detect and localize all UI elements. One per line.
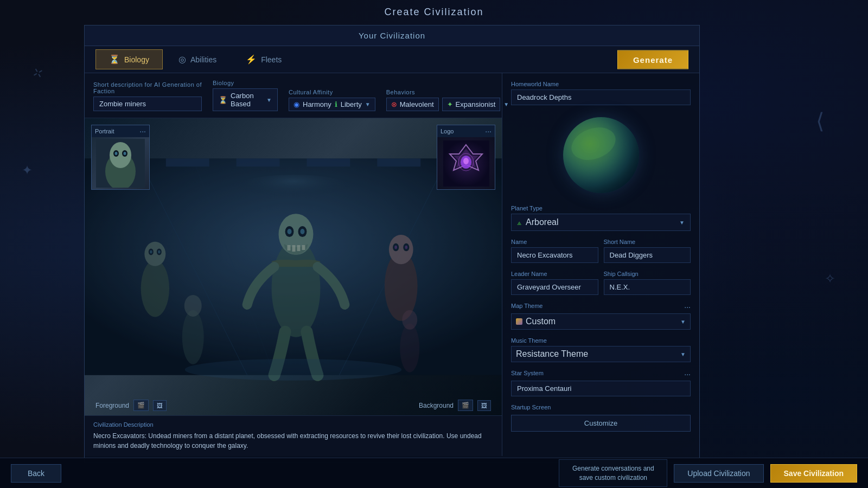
generate-button[interactable]: Generate [617,50,688,69]
planet-type-value: Arboreal [526,217,558,227]
star-system-group: Star System ··· [511,370,691,396]
homeworld-input[interactable] [511,89,691,105]
planet-type-group: Planet Type ⟁ Arboreal ▼ [511,205,691,231]
short-name-group: Short Name [604,239,691,263]
custom-theme-dot [516,318,522,325]
portrait-menu[interactable]: ··· [139,127,146,136]
star-system-menu[interactable]: ··· [684,370,691,378]
tab-abilities-label: Abilities [190,55,216,64]
background-controls: Background 🎬 🖼 [419,400,491,411]
expansionist-tag[interactable]: ✦ Expansionist [442,98,501,111]
portrait-box: Portrait ··· [91,125,150,190]
liberty-value: Liberty [341,100,362,108]
homeworld-label: Homeworld Name [511,81,691,87]
star-system-row: Star System ··· [511,370,691,378]
logo-label: Logo [441,128,454,134]
portrait-image[interactable] [92,137,149,189]
svg-rect-36 [85,158,502,375]
malevolent-tag[interactable]: ⊗ Malevolent [386,98,439,111]
page-title: Create Civilization [384,7,483,18]
tab-biology[interactable]: ⏳ Biology [95,49,163,69]
logo-box: Logo ··· [437,125,495,190]
planet-type-select[interactable]: ⟁ Arboreal ▼ [511,214,691,231]
map-theme-value: Custom [526,317,556,326]
name-input[interactable] [511,247,598,263]
civ-desc-label: Civilization Description [93,421,493,428]
foreground-film-btn[interactable]: 🎬 [133,400,149,411]
biology-group: Biology ⏳ Carbon Based ▼ [213,80,278,111]
malevolent-label: Malevolent [400,100,434,108]
startup-group: Startup Screen Customize [511,404,691,432]
tooltip-box: Generate conversations and save custom c… [559,459,667,487]
save-button[interactable]: Save Civilization [770,464,857,483]
ship-callsign-label: Ship Callsign [604,271,691,277]
tab-fleets[interactable]: ⚡ Fleets [232,49,295,69]
portrait-svg [96,139,145,188]
back-button[interactable]: Back [11,464,61,483]
harmony-value: Harmony [303,100,331,108]
logo-header: Logo ··· [437,125,495,137]
foreground-image-btn[interactable]: 🖼 [153,400,167,411]
description-input[interactable] [93,97,202,111]
startup-label: Startup Screen [511,404,691,410]
foreground-label: Foreground [95,402,129,409]
logo-menu[interactable]: ··· [485,127,492,136]
background-image-btn[interactable]: 🖼 [477,400,491,411]
arboreal-icon: ⟁ [517,218,521,227]
short-name-input[interactable] [604,247,691,263]
behaviors-select: ⊗ Malevolent ✦ Expansionist ▼ [386,98,509,111]
cultural-label: Cultural Affinity [289,89,375,95]
map-theme-row: Map Theme ··· [511,303,691,311]
deco-ship-2: ✦ [22,163,33,178]
controls-row: Short description for AI Generation of F… [85,73,502,118]
description-label: Short description for AI Generation of F… [93,81,202,94]
tabs-row: ⏳ Biology ◎ Abilities ⚡ Fleets Generate [85,46,699,73]
music-theme-label: Music Theme [511,337,691,344]
background-film-btn[interactable]: 🎬 [458,400,473,411]
liberty-icon: ℹ [335,100,337,108]
ship-callsign-input[interactable] [604,279,691,295]
planet-sphere [563,117,639,193]
leader-label: Leader Name [511,271,598,277]
logo-svg [443,140,489,187]
cultural-dropdown-arrow: ▼ [365,101,371,107]
expansionist-label: Expansionist [456,100,496,108]
right-section: Homeworld Name Planet Type ⟁ Arboreal ▼ … [502,73,699,456]
background-label: Background [419,402,454,409]
image-container: Portrait ··· [85,118,502,415]
leader-row: Leader Name Ship Callsign [511,271,691,295]
map-theme-group: Map Theme ··· Custom ▼ [511,303,691,330]
right-buttons: Generate conversations and save custom c… [559,459,857,487]
deco-ship-3: ✧ [825,271,835,286]
planet-type-label: Planet Type [511,205,691,211]
name-group: Name [511,239,598,263]
foreground-controls: Foreground 🎬 🖼 [95,400,167,411]
star-system-input[interactable] [511,381,691,396]
planet-type-arrow: ▼ [679,220,685,226]
music-theme-arrow: ▼ [680,351,686,357]
ship-group: Ship Callsign [604,271,691,295]
music-theme-select[interactable]: Resistance Theme ▼ [511,346,691,362]
behaviors-label: Behaviors [386,89,509,95]
logo-image[interactable] [437,137,495,189]
map-theme-menu[interactable]: ··· [684,303,691,311]
music-theme-group: Music Theme Resistance Theme ▼ [511,337,691,362]
map-theme-select[interactable]: Custom ▼ [511,313,691,330]
leader-input[interactable] [511,279,598,295]
svg-point-42 [115,152,118,155]
customize-button[interactable]: Customize [511,415,691,432]
short-name-label: Short Name [604,239,691,245]
panel-header: Your Civilization [85,25,699,46]
behaviors-group: Behaviors ⊗ Malevolent ✦ Expansionist ▼ [386,89,509,111]
left-section: Short description for AI Generation of F… [85,73,502,456]
cultural-select[interactable]: ◉ Harmony ℹ Liberty ▼ [289,98,375,111]
tab-abilities[interactable]: ◎ Abilities [165,49,230,69]
biology-icon: ⏳ [219,96,227,104]
biology-select[interactable]: ⏳ Carbon Based ▼ [213,88,278,111]
description-group: Short description for AI Generation of F… [93,81,202,111]
star-system-label: Star System [511,370,544,376]
homeworld-group: Homeworld Name [511,81,691,105]
svg-point-48 [463,158,469,164]
biology-label: Biology [213,80,278,86]
upload-button[interactable]: Upload Civilization [674,464,763,483]
